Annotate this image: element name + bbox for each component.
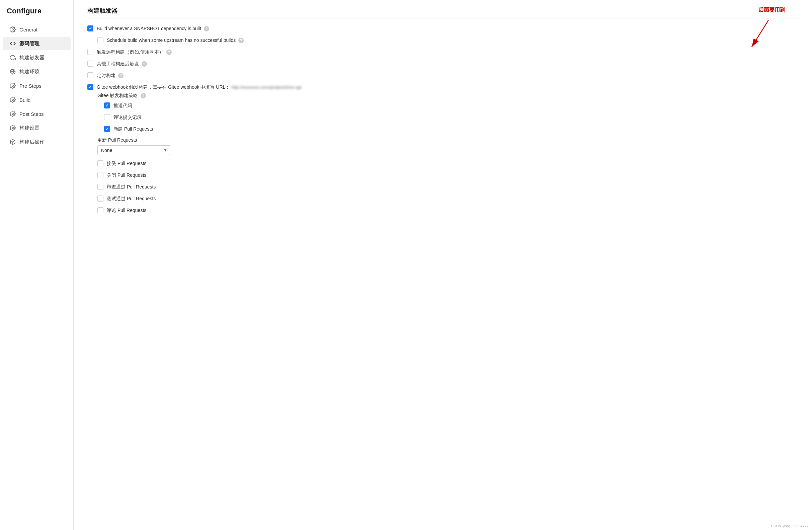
checkbox-upstream-label: Schedule build when some upstream has no… xyxy=(107,37,244,44)
checkbox-comment-pr-label: 评论 Pull Requests xyxy=(107,207,146,214)
globe-icon xyxy=(9,68,16,75)
checkbox-comment[interactable] xyxy=(104,114,110,120)
sidebar-item-postbuild[interactable]: 构建后操作 xyxy=(3,135,71,149)
checkbox-accept-pr[interactable] xyxy=(97,160,103,167)
sidebar-item-general[interactable]: General xyxy=(3,23,71,36)
svg-point-0 xyxy=(12,29,14,30)
sidebar-item-scm-label: 源码管理 xyxy=(19,41,40,47)
checkbox-snapshot[interactable] xyxy=(87,26,93,31)
help-icon-other[interactable]: ? xyxy=(142,61,147,67)
checkbox-row-accept-pr: 接受 Pull Requests xyxy=(97,160,799,167)
checkbox-close-pr-label: 关闭 Pull Requests xyxy=(107,172,146,179)
sidebar-item-env-label: 构建环境 xyxy=(19,69,40,75)
svg-point-5 xyxy=(12,113,14,115)
help-icon-timer[interactable]: ? xyxy=(118,73,124,78)
checkbox-row-timer: 定时构建 ? xyxy=(87,72,799,79)
build-gear-icon xyxy=(9,97,16,103)
checkbox-close-pr[interactable] xyxy=(97,172,103,178)
sidebar-item-poststeps-label: Post Steps xyxy=(19,111,44,117)
sidebar-item-presteps-label: Pre Steps xyxy=(19,83,42,89)
checkbox-snapshot-label: Build whenever a SNAPSHOT dependency is … xyxy=(97,25,209,32)
pr-update-section: 更新 Pull Requests None ▼ 接受 Pull Requests… xyxy=(97,137,799,214)
checkbox-push[interactable] xyxy=(104,102,110,109)
pr-update-dropdown-value: None xyxy=(101,148,112,153)
annotation-arrow xyxy=(742,17,782,57)
section-title: 构建触发器 xyxy=(87,7,799,18)
checkbox-new-pr-label: 新建 Pull Requests xyxy=(114,126,153,132)
checkbox-row-push: 推送代码 xyxy=(104,102,799,109)
checkbox-test-pr-label: 测试通过 Pull Requests xyxy=(107,195,156,202)
sidebar-item-postbuild-label: 构建后操作 xyxy=(19,139,44,145)
sidebar-item-general-label: General xyxy=(19,27,37,32)
svg-point-3 xyxy=(12,85,14,87)
checkbox-upstream[interactable] xyxy=(97,37,103,43)
settings-gear-icon xyxy=(9,125,16,131)
checkbox-gitee-webhook[interactable] xyxy=(87,84,93,90)
pr-update-dropdown[interactable]: None ▼ xyxy=(97,145,171,155)
checkbox-remote[interactable] xyxy=(87,49,93,55)
checkbox-row-review-pr: 审查通过 Pull Requests xyxy=(97,184,799,190)
checkbox-row-gitee-webhook: Gitee webhook 触发构建，需要在 Gitee webhook 中填写… xyxy=(87,84,799,91)
checkbox-row-comment: 评论提交记录 xyxy=(104,114,799,121)
checkbox-review-pr[interactable] xyxy=(97,184,103,190)
help-icon-upstream[interactable]: ? xyxy=(238,38,244,43)
checkbox-row-new-pr: 新建 Pull Requests xyxy=(104,126,799,132)
checkbox-row-other: 其他工程构建后触发 ? xyxy=(87,60,799,67)
presteps-gear-icon xyxy=(9,82,16,89)
page-title: Configure xyxy=(0,3,73,22)
help-icon-snapshot[interactable]: ? xyxy=(204,26,209,31)
poststeps-gear-icon xyxy=(9,111,16,117)
dropdown-arrow-icon: ▼ xyxy=(163,148,168,153)
main-content: 后面要用到 构建触发器 Build whenever a SNAPSHOT de… xyxy=(74,0,812,530)
checkbox-row-snapshot: Build whenever a SNAPSHOT dependency is … xyxy=(87,25,799,32)
help-icon-gitee-strategy[interactable]: ? xyxy=(141,93,146,98)
checkbox-timer[interactable] xyxy=(87,72,93,78)
code-branch-icon xyxy=(9,40,16,47)
sidebar-item-build-label: Build xyxy=(19,97,30,103)
checkbox-row-comment-pr: 评论 Pull Requests xyxy=(97,207,799,214)
pr-update-label: 更新 Pull Requests xyxy=(97,137,799,143)
checkbox-test-pr[interactable] xyxy=(97,196,103,202)
sidebar: Configure General 源码管理 构建触发器 构建环境 xyxy=(0,0,74,530)
sidebar-item-poststeps[interactable]: Post Steps xyxy=(3,107,71,120)
checkbox-row-close-pr: 关闭 Pull Requests xyxy=(97,172,799,179)
gear-icon xyxy=(9,26,16,33)
sidebar-item-env[interactable]: 构建环境 xyxy=(3,65,71,78)
sidebar-item-presteps[interactable]: Pre Steps xyxy=(3,79,71,92)
sidebar-item-settings-label: 构建设置 xyxy=(19,125,40,131)
checkbox-timer-label: 定时构建 ? xyxy=(97,72,124,79)
gitee-strategy-label: Gitee 触发构建策略 ? xyxy=(97,93,799,99)
checkbox-row-test-pr: 测试通过 Pull Requests xyxy=(97,195,799,202)
sidebar-item-triggers-label: 构建触发器 xyxy=(19,55,44,61)
sidebar-item-settings[interactable]: 构建设置 xyxy=(3,121,71,134)
checkbox-remote-label: 触发远程构建（例如,使用脚本） ? xyxy=(97,48,172,56)
sidebar-item-build[interactable]: Build xyxy=(3,93,71,106)
svg-line-9 xyxy=(752,20,768,47)
checkbox-accept-pr-label: 接受 Pull Requests xyxy=(107,160,146,167)
annotation-text: 后面要用到 xyxy=(758,7,785,14)
svg-point-6 xyxy=(12,127,14,129)
sync-icon xyxy=(9,54,16,61)
sidebar-item-scm[interactable]: 源码管理 xyxy=(3,37,71,50)
help-icon-remote[interactable]: ? xyxy=(166,49,172,55)
checkbox-push-label: 推送代码 xyxy=(114,102,132,109)
checkbox-comment-pr[interactable] xyxy=(97,207,103,213)
webhook-url: http://xxxxxxxx.xxxx/project/zhnc-api xyxy=(231,85,302,90)
checkbox-row-upstream: Schedule build when some upstream has no… xyxy=(97,37,799,44)
sidebar-item-triggers[interactable]: 构建触发器 xyxy=(3,51,71,64)
checkbox-other[interactable] xyxy=(87,61,93,67)
checkbox-row-remote: 触发远程构建（例如,使用脚本） ? xyxy=(87,48,799,56)
checkbox-other-label: 其他工程构建后触发 ? xyxy=(97,60,147,67)
svg-point-4 xyxy=(12,99,14,101)
checkbox-review-pr-label: 审查通过 Pull Requests xyxy=(107,184,156,190)
watermark: CSDN @qq_22654727 xyxy=(771,524,809,528)
box-icon xyxy=(9,139,16,145)
checkbox-gitee-webhook-label: Gitee webhook 触发构建，需要在 Gitee webhook 中填写… xyxy=(97,84,302,91)
checkbox-new-pr[interactable] xyxy=(104,126,110,132)
checkbox-comment-label: 评论提交记录 xyxy=(114,114,142,121)
